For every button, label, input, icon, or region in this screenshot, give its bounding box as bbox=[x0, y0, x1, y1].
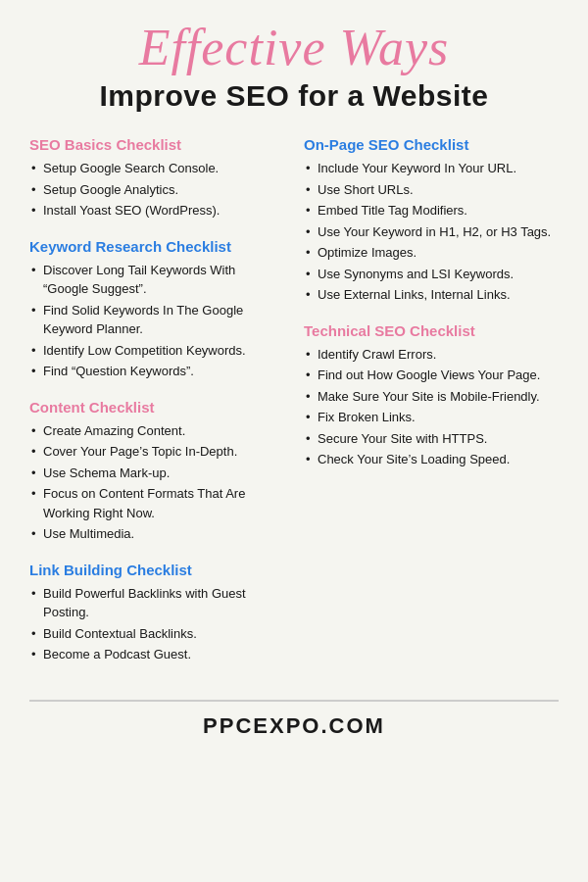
keyword-research-heading: Keyword Research Checklist bbox=[29, 238, 284, 255]
list-item: Setup Google Analytics. bbox=[29, 180, 284, 200]
content-section: Content Checklist Create Amazing Content… bbox=[29, 399, 284, 546]
technical-seo-list: Identify Crawl Errors. Find out How Goog… bbox=[304, 345, 559, 469]
list-item: Use Short URLs. bbox=[304, 180, 559, 200]
list-item: Cover Your Page’s Topic In-Depth. bbox=[29, 442, 284, 462]
left-column: SEO Basics Checklist Setup Google Search… bbox=[29, 136, 284, 682]
list-item: Use Your Keyword in H1, H2, or H3 Tags. bbox=[304, 222, 559, 242]
list-item: Use External Links, Internal Links. bbox=[304, 285, 559, 305]
list-item: Become a Podcast Guest. bbox=[29, 645, 284, 664]
list-item: Use Schema Mark-up. bbox=[29, 464, 284, 483]
list-item: Secure Your Site with HTTPS. bbox=[304, 429, 559, 449]
list-item: Install Yoast SEO (WordPress). bbox=[29, 201, 284, 220]
page-container: Effective Ways Improve SEO for a Website… bbox=[0, 0, 588, 882]
list-item: Identify Crawl Errors. bbox=[304, 345, 559, 365]
technical-seo-section: Technical SEO Checklist Identify Crawl E… bbox=[304, 322, 559, 471]
on-page-seo-section: On-Page SEO Checklist Include Your Keywo… bbox=[304, 136, 559, 307]
list-item: Use Synonyms and LSI Keywords. bbox=[304, 265, 559, 284]
list-item: Check Your Site’s Loading Speed. bbox=[304, 450, 559, 469]
list-item: Make Sure Your Site is Mobile-Friendly. bbox=[304, 387, 559, 407]
right-column: On-Page SEO Checklist Include Your Keywo… bbox=[304, 136, 559, 682]
content-grid: SEO Basics Checklist Setup Google Search… bbox=[29, 136, 559, 682]
content-list: Create Amazing Content. Cover Your Page’… bbox=[29, 421, 284, 544]
header-section: Effective Ways Improve SEO for a Website bbox=[29, 20, 559, 113]
list-item: Build Contextual Backlinks. bbox=[29, 624, 284, 644]
bold-title: Improve SEO for a Website bbox=[29, 79, 559, 113]
link-building-section: Link Building Checklist Build Powerful B… bbox=[29, 562, 284, 666]
link-building-list: Build Powerful Backlinks with Guest Post… bbox=[29, 584, 284, 664]
cursive-title: Effective Ways bbox=[29, 20, 559, 75]
footer: PPCEXPO.COM bbox=[29, 700, 559, 739]
list-item: Include Your Keyword In Your URL. bbox=[304, 159, 559, 178]
keyword-research-section: Keyword Research Checklist Discover Long… bbox=[29, 238, 284, 383]
list-item: Find Solid Keywords In The Google Keywor… bbox=[29, 301, 284, 339]
list-item: Setup Google Search Console. bbox=[29, 159, 284, 178]
link-building-heading: Link Building Checklist bbox=[29, 562, 284, 578]
footer-text: PPCEXPO.COM bbox=[29, 713, 559, 739]
content-heading: Content Checklist bbox=[29, 399, 284, 416]
list-item: Use Multimedia. bbox=[29, 524, 284, 544]
seo-basics-section: SEO Basics Checklist Setup Google Search… bbox=[29, 136, 284, 222]
seo-basics-list: Setup Google Search Console. Setup Googl… bbox=[29, 159, 284, 220]
list-item: Find out How Google Views Your Page. bbox=[304, 366, 559, 385]
seo-basics-heading: SEO Basics Checklist bbox=[29, 136, 284, 153]
keyword-research-list: Discover Long Tail Keywords With “Google… bbox=[29, 261, 284, 381]
on-page-seo-heading: On-Page SEO Checklist bbox=[304, 136, 559, 153]
on-page-seo-list: Include Your Keyword In Your URL. Use Sh… bbox=[304, 159, 559, 305]
technical-seo-heading: Technical SEO Checklist bbox=[304, 322, 559, 339]
list-item: Discover Long Tail Keywords With “Google… bbox=[29, 261, 284, 299]
list-item: Identify Low Competition Keywords. bbox=[29, 341, 284, 361]
list-item: Build Powerful Backlinks with Guest Post… bbox=[29, 584, 284, 622]
list-item: Find “Question Keywords”. bbox=[29, 362, 284, 381]
list-item: Create Amazing Content. bbox=[29, 421, 284, 441]
list-item: Optimize Images. bbox=[304, 243, 559, 263]
list-item: Fix Broken Links. bbox=[304, 408, 559, 427]
list-item: Focus on Content Formats That Are Workin… bbox=[29, 484, 284, 522]
list-item: Embed Title Tag Modifiers. bbox=[304, 201, 559, 220]
